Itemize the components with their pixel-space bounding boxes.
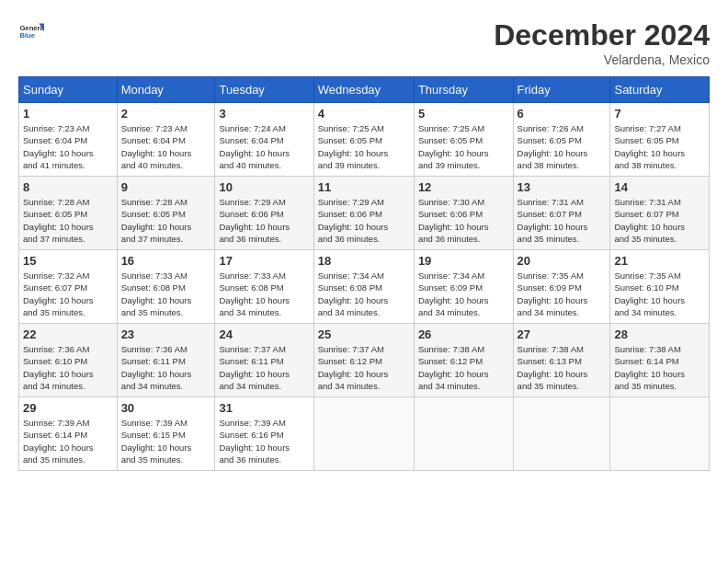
calendar-cell: 2Sunrise: 7:23 AMSunset: 6:04 PMDaylight… — [117, 103, 215, 177]
calendar-cell: 17Sunrise: 7:33 AMSunset: 6:08 PMDayligh… — [215, 250, 313, 324]
calendar-cell: 31Sunrise: 7:39 AMSunset: 6:16 PMDayligh… — [215, 397, 313, 471]
day-number: 5 — [418, 107, 509, 121]
day-info: Sunrise: 7:36 AMSunset: 6:10 PMDaylight:… — [23, 343, 113, 392]
calendar-cell: 8Sunrise: 7:28 AMSunset: 6:05 PMDaylight… — [19, 177, 118, 250]
day-number: 16 — [121, 254, 211, 268]
day-number: 2 — [121, 107, 211, 121]
day-info: Sunrise: 7:32 AMSunset: 6:07 PMDaylight:… — [23, 270, 113, 318]
calendar-cell: 14Sunrise: 7:31 AMSunset: 6:07 PMDayligh… — [610, 177, 710, 250]
calendar-cell — [610, 397, 710, 471]
calendar-cell: 25Sunrise: 7:37 AMSunset: 6:12 PMDayligh… — [313, 324, 414, 397]
day-info: Sunrise: 7:23 AMSunset: 6:04 PMDaylight:… — [23, 122, 113, 171]
day-info: Sunrise: 7:37 AMSunset: 6:12 PMDaylight:… — [318, 343, 410, 392]
calendar-cell: 15Sunrise: 7:32 AMSunset: 6:07 PMDayligh… — [19, 250, 118, 324]
day-of-week-header: Wednesday — [313, 77, 414, 103]
day-number: 7 — [614, 107, 705, 121]
title-block: December 2024 Velardena, Mexico — [494, 18, 710, 67]
calendar-cell: 16Sunrise: 7:33 AMSunset: 6:08 PMDayligh… — [117, 250, 215, 324]
calendar-cell: 3Sunrise: 7:24 AMSunset: 6:04 PMDaylight… — [215, 103, 313, 177]
calendar-cell: 12Sunrise: 7:30 AMSunset: 6:06 PMDayligh… — [414, 177, 513, 250]
calendar-cell: 24Sunrise: 7:37 AMSunset: 6:11 PMDayligh… — [215, 324, 313, 397]
day-number: 28 — [614, 327, 705, 341]
day-number: 4 — [318, 107, 410, 121]
day-info: Sunrise: 7:25 AMSunset: 6:05 PMDaylight:… — [418, 122, 509, 171]
day-info: Sunrise: 7:39 AMSunset: 6:16 PMDaylight:… — [219, 417, 309, 465]
calendar-header-row: SundayMondayTuesdayWednesdayThursdayFrid… — [19, 77, 710, 103]
day-info: Sunrise: 7:26 AMSunset: 6:05 PMDaylight:… — [518, 122, 607, 171]
day-info: Sunrise: 7:35 AMSunset: 6:10 PMDaylight:… — [614, 270, 705, 318]
day-info: Sunrise: 7:23 AMSunset: 6:04 PMDaylight:… — [121, 122, 211, 171]
calendar-cell: 20Sunrise: 7:35 AMSunset: 6:09 PMDayligh… — [513, 250, 610, 324]
logo: General Blue — [18, 18, 48, 44]
day-number: 22 — [23, 327, 113, 341]
calendar-cell: 21Sunrise: 7:35 AMSunset: 6:10 PMDayligh… — [610, 250, 710, 324]
day-info: Sunrise: 7:29 AMSunset: 6:06 PMDaylight:… — [219, 196, 309, 245]
calendar-week-row: 1Sunrise: 7:23 AMSunset: 6:04 PMDaylight… — [19, 103, 710, 177]
day-number: 30 — [121, 401, 211, 415]
day-number: 17 — [219, 254, 309, 268]
day-info: Sunrise: 7:31 AMSunset: 6:07 PMDaylight:… — [614, 196, 705, 245]
day-info: Sunrise: 7:28 AMSunset: 6:05 PMDaylight:… — [23, 196, 113, 245]
calendar-week-row: 8Sunrise: 7:28 AMSunset: 6:05 PMDaylight… — [19, 177, 710, 250]
day-info: Sunrise: 7:31 AMSunset: 6:07 PMDaylight:… — [518, 196, 607, 245]
day-info: Sunrise: 7:36 AMSunset: 6:11 PMDaylight:… — [121, 343, 211, 392]
day-of-week-header: Thursday — [414, 77, 513, 103]
day-info: Sunrise: 7:38 AMSunset: 6:13 PMDaylight:… — [518, 343, 607, 392]
day-info: Sunrise: 7:33 AMSunset: 6:08 PMDaylight:… — [121, 270, 211, 318]
page-header: General Blue December 2024 Velardena, Me… — [18, 18, 710, 67]
day-info: Sunrise: 7:33 AMSunset: 6:08 PMDaylight:… — [219, 270, 309, 318]
calendar-cell: 30Sunrise: 7:39 AMSunset: 6:15 PMDayligh… — [117, 397, 215, 471]
day-number: 8 — [23, 180, 113, 194]
day-info: Sunrise: 7:34 AMSunset: 6:08 PMDaylight:… — [318, 270, 410, 318]
calendar-week-row: 29Sunrise: 7:39 AMSunset: 6:14 PMDayligh… — [19, 397, 710, 471]
day-info: Sunrise: 7:27 AMSunset: 6:05 PMDaylight:… — [614, 122, 705, 171]
day-number: 19 — [418, 254, 509, 268]
day-of-week-header: Monday — [117, 77, 215, 103]
day-info: Sunrise: 7:39 AMSunset: 6:14 PMDaylight:… — [23, 417, 113, 465]
calendar-week-row: 22Sunrise: 7:36 AMSunset: 6:10 PMDayligh… — [19, 324, 710, 397]
day-number: 15 — [23, 254, 113, 268]
day-of-week-header: Friday — [513, 77, 610, 103]
day-number: 1 — [23, 107, 113, 121]
day-of-week-header: Sunday — [19, 77, 118, 103]
calendar-cell — [513, 397, 610, 471]
day-number: 11 — [318, 180, 410, 194]
day-of-week-header: Saturday — [610, 77, 710, 103]
day-number: 18 — [318, 254, 410, 268]
day-number: 3 — [219, 107, 309, 121]
location: Velardena, Mexico — [494, 52, 710, 67]
day-number: 6 — [518, 107, 607, 121]
day-number: 9 — [121, 180, 211, 194]
logo-icon: General Blue — [18, 18, 44, 44]
calendar-cell: 19Sunrise: 7:34 AMSunset: 6:09 PMDayligh… — [414, 250, 513, 324]
day-info: Sunrise: 7:25 AMSunset: 6:05 PMDaylight:… — [318, 122, 410, 171]
calendar-cell: 4Sunrise: 7:25 AMSunset: 6:05 PMDaylight… — [313, 103, 414, 177]
day-of-week-header: Tuesday — [215, 77, 313, 103]
day-info: Sunrise: 7:38 AMSunset: 6:14 PMDaylight:… — [614, 343, 705, 392]
day-info: Sunrise: 7:29 AMSunset: 6:06 PMDaylight:… — [318, 196, 410, 245]
calendar-cell: 29Sunrise: 7:39 AMSunset: 6:14 PMDayligh… — [19, 397, 118, 471]
calendar-cell: 28Sunrise: 7:38 AMSunset: 6:14 PMDayligh… — [610, 324, 710, 397]
day-number: 24 — [219, 327, 309, 341]
day-info: Sunrise: 7:28 AMSunset: 6:05 PMDaylight:… — [121, 196, 211, 245]
calendar-cell: 5Sunrise: 7:25 AMSunset: 6:05 PMDaylight… — [414, 103, 513, 177]
day-info: Sunrise: 7:24 AMSunset: 6:04 PMDaylight:… — [219, 122, 309, 171]
svg-text:Blue: Blue — [19, 31, 35, 40]
day-number: 20 — [518, 254, 607, 268]
calendar-cell: 26Sunrise: 7:38 AMSunset: 6:12 PMDayligh… — [414, 324, 513, 397]
day-info: Sunrise: 7:38 AMSunset: 6:12 PMDaylight:… — [418, 343, 509, 392]
calendar-cell: 18Sunrise: 7:34 AMSunset: 6:08 PMDayligh… — [313, 250, 414, 324]
calendar-cell: 7Sunrise: 7:27 AMSunset: 6:05 PMDaylight… — [610, 103, 710, 177]
day-number: 26 — [418, 327, 509, 341]
calendar-cell: 13Sunrise: 7:31 AMSunset: 6:07 PMDayligh… — [513, 177, 610, 250]
day-number: 27 — [518, 327, 607, 341]
calendar-cell: 27Sunrise: 7:38 AMSunset: 6:13 PMDayligh… — [513, 324, 610, 397]
day-info: Sunrise: 7:37 AMSunset: 6:11 PMDaylight:… — [219, 343, 309, 392]
calendar-cell: 23Sunrise: 7:36 AMSunset: 6:11 PMDayligh… — [117, 324, 215, 397]
day-info: Sunrise: 7:35 AMSunset: 6:09 PMDaylight:… — [518, 270, 607, 318]
day-number: 31 — [219, 401, 309, 415]
day-number: 23 — [121, 327, 211, 341]
day-number: 13 — [518, 180, 607, 194]
day-number: 29 — [23, 401, 113, 415]
day-info: Sunrise: 7:39 AMSunset: 6:15 PMDaylight:… — [121, 417, 211, 465]
